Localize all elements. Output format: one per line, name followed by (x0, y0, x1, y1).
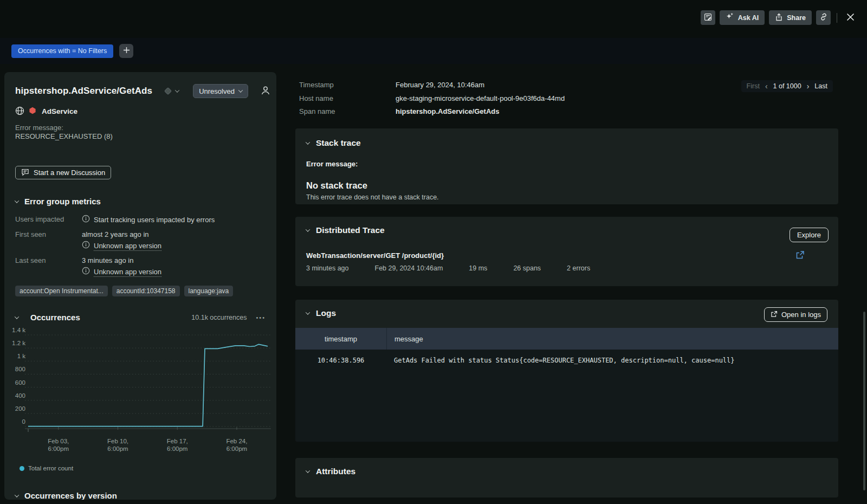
pagination-last[interactable]: Last (814, 82, 827, 90)
attributes-header[interactable]: Attributes (306, 467, 827, 476)
no-stack-trace-title: No stack trace (306, 180, 827, 191)
share-button[interactable]: Share (769, 10, 812, 25)
top-bar: Ask AI Share (0, 0, 867, 38)
svg-text:6:00pm: 6:00pm (107, 445, 128, 452)
notes-icon (704, 13, 712, 23)
add-filter-button[interactable] (119, 44, 133, 58)
pagination-first[interactable]: First (747, 82, 760, 90)
tag-account[interactable]: account:Open Instrumentat... (15, 286, 108, 296)
distributed-trace-card: Distributed Trace Explore WebTransaction… (295, 217, 838, 286)
last-seen-label: Last seen (15, 256, 82, 277)
priority-diamond-icon (164, 87, 172, 95)
more-options-icon[interactable]: ••• (256, 315, 266, 320)
pagination-next-icon[interactable]: › (807, 83, 810, 89)
tag-language[interactable]: language:java (184, 286, 234, 296)
svg-text:200: 200 (15, 405, 25, 412)
info-icon (82, 267, 90, 277)
tag-account-id[interactable]: accountId:10347158 (112, 286, 180, 296)
open-in-logs-button[interactable]: Open in logs (764, 307, 827, 322)
priority-dropdown[interactable] (165, 88, 179, 94)
error-group-title: hipstershop.AdService/GetAds (15, 86, 152, 96)
first-seen-version-link[interactable]: Unknown app version (94, 241, 161, 251)
span-name-value: hipstershop.AdService/GetAds (396, 105, 565, 119)
logs-column-timestamp: timestamp (295, 335, 386, 343)
chevron-down-icon (238, 88, 243, 92)
notes-button[interactable] (701, 10, 715, 25)
start-discussion-button[interactable]: Start a new Discussion (15, 166, 111, 179)
no-stack-trace-subtitle: This error trace does not have a stack t… (306, 193, 827, 201)
metrics-grid: Users impacted Start tracking users impa… (15, 215, 266, 277)
distributed-trace-heading: Distributed Trace (316, 225, 385, 235)
pagination-prev-icon[interactable]: ‹ (765, 83, 768, 89)
metrics-heading: Error group metrics (24, 197, 101, 206)
assignee-dropdown[interactable] (260, 85, 276, 98)
occurrences-heading: Occurrences (30, 313, 80, 322)
ask-ai-button[interactable]: Ask AI (720, 10, 765, 25)
logs-table: timestamp message 10:46:38.596 GetAds Fa… (295, 328, 838, 442)
plus-icon (123, 47, 130, 55)
filter-pill[interactable]: Occurrences with = No Filters (11, 44, 113, 58)
close-button[interactable] (843, 11, 857, 25)
svg-text:6:00pm: 6:00pm (48, 445, 69, 452)
chevron-down-icon (306, 310, 310, 314)
error-message-value: RESOURCE_EXHAUSTED (8) (15, 132, 266, 141)
trace-name[interactable]: WebTransaction/server/GET /product/{id} (306, 251, 827, 260)
log-message: GetAds Failed with status Status{code=RE… (386, 353, 838, 368)
svg-text:6:00pm: 6:00pm (227, 445, 247, 452)
error-group-panel: hipstershop.AdService/GetAds Unresolved (4, 72, 276, 500)
ask-ai-label: Ask AI (738, 14, 759, 22)
person-icon (260, 85, 271, 98)
logs-header[interactable]: Logs (306, 308, 336, 318)
trace-timestamp: Feb 29, 2024 10:46am (375, 264, 443, 272)
stack-error-message-label: Error message: (306, 160, 827, 168)
occurrence-details: Timestamp February 29, 2024, 10:46am Hos… (299, 79, 565, 119)
chevron-down-icon (15, 198, 19, 203)
distributed-trace-header[interactable]: Distributed Trace (306, 225, 827, 235)
stack-trace-header[interactable]: Stack trace (306, 138, 827, 148)
log-row[interactable]: 10:46:38.596 GetAds Failed with status S… (295, 350, 838, 368)
svg-text:800: 800 (15, 366, 25, 372)
globe-icon (15, 106, 24, 117)
trace-relative-time: 3 minutes ago (306, 264, 349, 272)
last-seen-version-link[interactable]: Unknown app version (94, 267, 161, 277)
external-link-icon (771, 311, 778, 319)
logs-heading: Logs (316, 308, 336, 318)
sparkle-icon (726, 12, 734, 23)
svg-text:Feb 10,: Feb 10, (107, 438, 128, 444)
entity-name-link[interactable]: AdService (42, 107, 77, 115)
occurrences-count: 10.1k occurrences (191, 314, 247, 321)
explore-button[interactable]: Explore (790, 228, 829, 242)
timestamp-value: February 29, 2024, 10:46am (396, 79, 565, 92)
host-name-value: gke-staging-microservice-default-pool-9e… (396, 92, 565, 106)
last-seen-value: 3 minutes ago in (82, 256, 133, 265)
svg-text:Feb 24,: Feb 24, (226, 438, 247, 444)
chart-legend: Total error count (20, 465, 266, 471)
share-label: Share (787, 14, 806, 22)
toolbar: Ask AI Share (701, 10, 857, 25)
status-dropdown[interactable]: Unresolved (193, 84, 248, 98)
chevron-down-icon (306, 468, 310, 473)
vertical-scrollbar[interactable] (863, 312, 865, 490)
stack-trace-heading: Stack trace (316, 138, 361, 148)
info-icon (82, 215, 90, 225)
attributes-heading: Attributes (316, 467, 355, 476)
occurrences-chart: 1.4 k1.2 k1 k8006004002000Feb 03,6:00pmF… (12, 323, 266, 457)
copy-link-button[interactable] (816, 10, 831, 25)
logs-card: Logs Open in logs timestamp message 10:4… (295, 300, 838, 442)
discussion-icon (21, 168, 29, 178)
open-trace-external-link-icon[interactable] (795, 250, 805, 261)
svg-text:600: 600 (15, 379, 25, 386)
logs-table-body: 10:46:38.596 GetAds Failed with status S… (295, 350, 838, 442)
trace-error-count: 2 errors (567, 264, 590, 272)
stack-trace-card: Stack trace Error message: No stack trac… (295, 128, 838, 204)
chevron-down-icon (15, 493, 19, 497)
svg-text:400: 400 (15, 392, 25, 399)
open-in-logs-label: Open in logs (781, 311, 821, 319)
metrics-section-header[interactable]: Error group metrics (15, 197, 266, 206)
by-version-section-header[interactable]: Occurrences by version (15, 491, 266, 500)
first-seen-value: almost 2 years ago in (82, 230, 149, 239)
users-impacted-value: Start tracking users impacted by errors (94, 215, 215, 224)
trace-span-count: 26 spans (513, 264, 541, 272)
timestamp-label: Timestamp (299, 79, 396, 92)
occurrences-section-header[interactable]: Occurrences 10.1k occurrences ••• (15, 313, 266, 322)
